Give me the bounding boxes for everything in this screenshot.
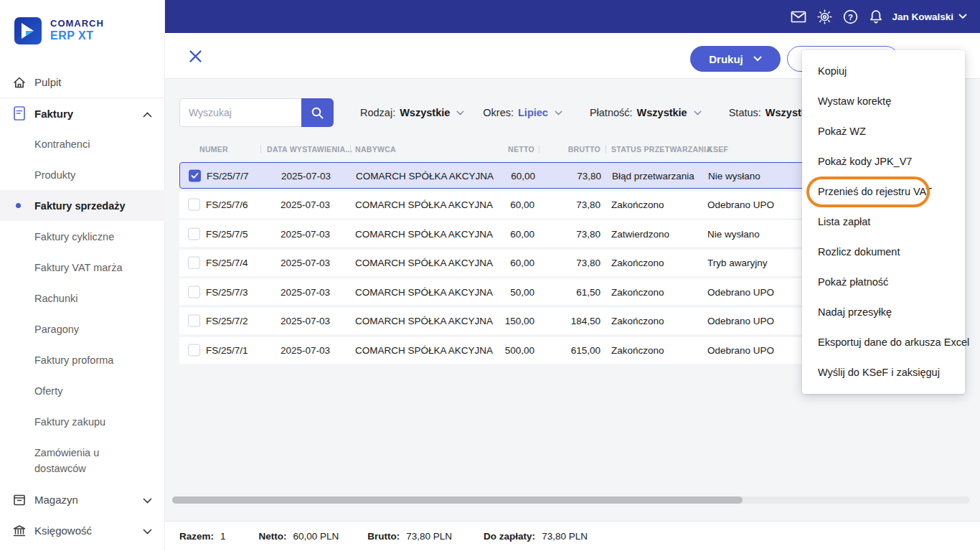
cell-status: Zakończono [611, 286, 664, 297]
row-checkbox[interactable] [188, 344, 200, 357]
menu-item-lista-zaplat[interactable]: Lista zapłat [802, 207, 965, 237]
sidebar-item-zamowienia-u-dostawcow[interactable]: Zamówienia u dostawców [0, 437, 165, 484]
row-checkbox[interactable] [188, 199, 200, 211]
row-checkbox[interactable] [188, 227, 200, 240]
search-button[interactable] [301, 98, 334, 127]
menu-item-pokaz-wz[interactable]: Pokaż WZ [802, 116, 965, 146]
summary-do-zaplaty: Do zapłaty: 73,80 PLN [484, 531, 588, 542]
sidebar-item-kontrahenci[interactable]: Kontrahenci [0, 128, 165, 159]
column-header-netto[interactable]: NETTO [477, 145, 534, 154]
sidebar-item-label: Magazyn [34, 494, 78, 506]
search-input[interactable] [179, 98, 301, 127]
gear-icon[interactable] [811, 4, 837, 29]
sidebar-item-label: Faktury VAT marża [34, 262, 122, 273]
filter-value: Lipiec [518, 107, 548, 118]
cell-numer: FS/25/7/2 [206, 316, 248, 326]
brand-line1: COMARCH [50, 19, 104, 29]
sidebar-item-produkty[interactable]: Produkty [0, 159, 165, 190]
cell-nabywca: COMARCH SPÓŁKA AKCYJNA [355, 286, 493, 297]
filter-rodzaj[interactable]: Rodzaj: Wszystkie [360, 107, 464, 118]
home-icon [12, 75, 27, 90]
menu-item-przenies-do-rejestru-vat[interactable]: Przenieś do rejestru VAT [802, 176, 965, 207]
warehouse-icon [12, 493, 27, 507]
print-button[interactable]: Drukuj [690, 46, 781, 72]
cell-ksef: Nie wysłano [708, 170, 760, 181]
help-icon[interactable]: ? [837, 4, 863, 29]
summary-label: Razem: [179, 531, 214, 542]
filter-platnosc[interactable]: Płatność: Wszystkie [590, 107, 702, 118]
active-bullet [16, 203, 21, 208]
column-header-nabywca[interactable]: NABYWCA [355, 145, 396, 154]
sidebar-item-label: Faktury zakupu [34, 416, 105, 428]
summary-value: 1 [220, 531, 226, 542]
sidebar-item-label: Rachunki [34, 293, 77, 304]
menu-item-eksportuj-dane-do-arkusza-excel[interactable]: Eksportuj dane do arkusza Excel [802, 327, 965, 357]
filter-label: Status: [729, 107, 761, 118]
summary-bar: Razem: 1 Netto: 60,00 PLN Brutto: 73,80 … [165, 521, 980, 551]
column-header-status-przetwarzania[interactable]: STATUS PRZETWARZANIA [611, 145, 712, 154]
cell-nabywca: COMARCH SPÓŁKA AKCYJNA [355, 199, 493, 210]
chevron-up-icon [143, 108, 152, 120]
close-icon [189, 50, 202, 63]
sidebar-item-paragony[interactable]: Paragony [0, 314, 165, 344]
column-divider [260, 145, 261, 154]
cell-data: 2025-07-03 [251, 316, 330, 326]
cell-numer: FS/25/7/1 [206, 345, 248, 356]
menu-item-rozlicz-dokument[interactable]: Rozlicz dokument [802, 237, 965, 267]
row-checkbox[interactable] [188, 286, 200, 298]
chevron-down-icon [143, 524, 152, 537]
menu-item-nadaj-przesylke[interactable]: Nadaj przesyłkę [802, 297, 965, 327]
sidebar-item-rachunki[interactable]: Rachunki [0, 283, 165, 314]
sidebar-item-faktury-cykliczne[interactable]: Faktury cykliczne [0, 221, 165, 252]
invoice-icon [12, 106, 27, 121]
row-checkbox[interactable] [188, 257, 200, 269]
accounting-icon [12, 524, 27, 538]
sidebar: COMARCH ERP XT Pulpit Faktury [0, 0, 165, 551]
horizontal-scrollbar[interactable] [172, 496, 970, 504]
row-checkbox-checked[interactable] [189, 169, 201, 182]
menu-item-pokaz-kody-jpk-v7[interactable]: Pokaż kody JPK_V7 [802, 146, 965, 176]
sidebar-item-faktury-zakupu[interactable]: Faktury zakupu [0, 406, 165, 437]
mail-icon[interactable] [786, 4, 811, 29]
brand-line2: ERP XT [50, 29, 104, 42]
column-divider [702, 145, 702, 154]
search-icon [311, 106, 324, 120]
bell-icon[interactable] [863, 4, 889, 29]
cell-status: Zakończono [611, 199, 664, 210]
menu-item-wyslij-do-ksef-i-zaksieguj[interactable]: Wyślij do KSeF i zaksięguj [802, 357, 965, 387]
cell-brutto: 615,00 [544, 345, 600, 356]
cell-numer: FS/25/7/7 [207, 170, 249, 181]
close-button[interactable] [187, 47, 204, 65]
filter-okres[interactable]: Okres: Lipiec [483, 107, 562, 118]
menu-item-pokaz-platnosc[interactable]: Pokaż płatność [802, 267, 965, 297]
menu-item-kopiuj[interactable]: Kopiuj [802, 56, 965, 86]
cell-nabywca: COMARCH SPÓŁKA AKCYJNA [355, 228, 493, 239]
sidebar-item-pulpit[interactable]: Pulpit [0, 67, 165, 98]
user-menu[interactable]: Jan Kowalski [892, 11, 967, 22]
scrollbar-thumb[interactable] [172, 496, 743, 504]
comarch-logo-icon [14, 17, 42, 44]
sidebar-item-faktury[interactable]: Faktury [0, 98, 165, 128]
cell-netto: 500,00 [477, 345, 534, 356]
column-header-ksef[interactable]: KSEF [707, 145, 728, 154]
cell-netto: 50,00 [477, 286, 534, 297]
cell-nabywca: COMARCH SPÓŁKA AKCYJNA [355, 316, 493, 326]
filter-value: Wszystkie [400, 107, 450, 118]
sidebar-item-faktury-proforma[interactable]: Faktury proforma [0, 344, 165, 375]
menu-item-wystaw-korekte[interactable]: Wystaw korektę [802, 86, 965, 116]
sidebar-item-faktury-sprzedazy[interactable]: Faktury sprzedaży [0, 190, 165, 221]
actions-context-menu: Kopiuj Wystaw korektę Pokaż WZ Pokaż kod… [802, 50, 965, 394]
row-checkbox[interactable] [188, 315, 200, 327]
filter-label: Rodzaj: [360, 107, 395, 118]
column-header-data-wystawienia[interactable]: DATA WYSTAWIENIA... [267, 145, 352, 154]
column-header-numer[interactable]: NUMER [199, 145, 228, 154]
cell-ksef: Odebrano UPO [707, 199, 774, 210]
sidebar-item-oferty[interactable]: Oferty [0, 375, 165, 406]
column-header-brutto[interactable]: BRUTTO [544, 145, 600, 154]
summary-netto: Netto: 60,00 PLN [259, 531, 339, 542]
sidebar-item-magazyn[interactable]: Magazyn [0, 484, 165, 515]
sidebar-item-faktury-vat-marza[interactable]: Faktury VAT marża [0, 252, 165, 283]
sidebar-item-ksiegowosc[interactable]: Księgowość [0, 515, 165, 546]
cell-numer: FS/25/7/6 [206, 199, 248, 210]
cell-data: 2025-07-03 [251, 286, 330, 297]
